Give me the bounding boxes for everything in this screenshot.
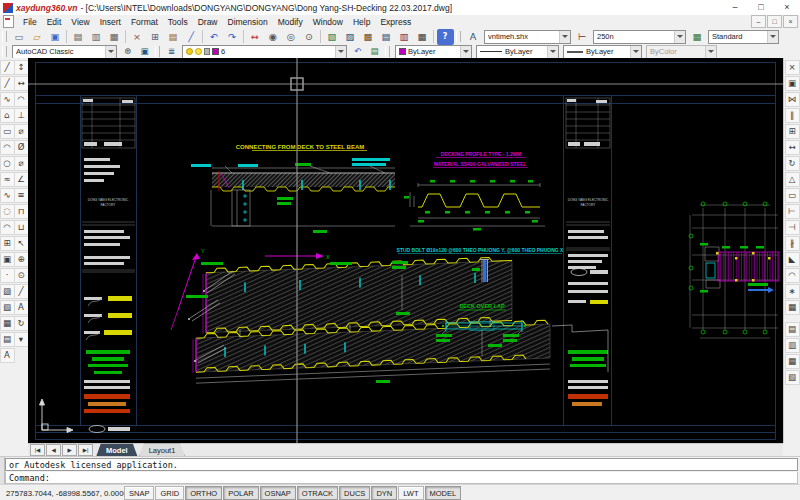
status-toggle-model[interactable]: MODEL — [425, 486, 462, 500]
zoom-previous-icon[interactable]: ⊙ — [301, 29, 318, 45]
status-toggle-polar[interactable]: POLAR — [223, 486, 258, 500]
toolbar-grip[interactable] — [456, 31, 461, 42]
extend-icon[interactable]: ⊣ — [785, 220, 800, 235]
chevron-down-icon[interactable] — [335, 46, 346, 58]
fillet-icon[interactable]: ◠ — [785, 268, 800, 283]
cut-icon[interactable]: × — [129, 29, 146, 45]
dim-ordinate-icon[interactable]: ⊥ — [14, 108, 29, 123]
rectangle-icon[interactable]: ▭ — [0, 124, 15, 139]
maximize-icon[interactable]: □ — [748, 0, 774, 15]
join-icon[interactable]: ▦ — [785, 300, 800, 315]
tab-first-icon[interactable]: |◀ — [30, 444, 45, 456]
point-icon[interactable]: · — [0, 268, 15, 283]
toolbar-grip[interactable] — [2, 31, 7, 42]
erase-icon[interactable]: × — [785, 60, 800, 75]
status-toggle-grid[interactable]: GRID — [155, 486, 184, 500]
command-history[interactable]: or Autodesk licensed application. — [5, 458, 798, 471]
help-icon[interactable]: ? — [437, 29, 454, 45]
move-icon[interactable]: ↔ — [785, 140, 800, 155]
status-toggle-lwt[interactable]: LWT — [398, 486, 423, 500]
spline-icon[interactable]: ∿ — [0, 188, 15, 203]
menu-express[interactable]: Express — [375, 17, 416, 27]
zoom-window-icon[interactable]: ◎ — [283, 29, 300, 45]
open-icon[interactable]: ▱ — [29, 29, 46, 45]
send-to-back-icon[interactable]: ▥ — [785, 338, 800, 353]
publish-icon[interactable]: ▦ — [106, 29, 123, 45]
toolbar-grip[interactable] — [2, 46, 7, 57]
chevron-down-icon[interactable] — [547, 46, 558, 58]
dim-update-icon[interactable]: ↻ — [14, 316, 29, 331]
toolbar-grip[interactable] — [385, 46, 390, 57]
layer-on-icon[interactable] — [186, 48, 193, 55]
dim-arc-icon[interactable]: ◠ — [14, 92, 29, 107]
status-toggle-dyn[interactable]: DYN — [371, 486, 397, 500]
lineweight-combo[interactable]: ByLayer — [563, 45, 642, 59]
dim-diameter-icon[interactable]: ⌀ — [14, 156, 29, 171]
text-style-combo[interactable]: vntimeh.shx — [484, 30, 571, 44]
offset-icon[interactable]: ∥ — [785, 108, 800, 123]
tab-model[interactable]: Model — [96, 443, 138, 457]
layer-freeze-icon[interactable] — [195, 48, 202, 55]
close-icon[interactable]: × — [774, 0, 800, 15]
designcenter-icon[interactable]: ▨ — [342, 29, 359, 45]
polyline-icon[interactable]: ∿ — [0, 92, 15, 107]
chevron-down-icon[interactable] — [630, 46, 641, 58]
properties-icon[interactable]: ▧ — [324, 29, 341, 45]
pan-icon[interactable]: ↔ — [247, 29, 264, 45]
mdi-minimize-icon[interactable]: – — [751, 15, 766, 28]
status-toggle-snap[interactable]: SNAP — [124, 486, 154, 500]
tool-palettes-icon[interactable]: ▩ — [360, 29, 377, 45]
tab-next-icon[interactable]: ▶ — [62, 444, 77, 456]
dim-aligned-icon[interactable]: ↔ — [14, 76, 29, 91]
ellipse-icon[interactable]: ◌ — [0, 204, 15, 219]
save-workspace-icon[interactable]: ▣ — [137, 45, 153, 59]
menu-edit[interactable]: Edit — [42, 17, 67, 27]
chamfer-icon[interactable]: ◣ — [785, 252, 800, 267]
dim-style-combo[interactable]: 250n — [593, 30, 686, 44]
table-style-icon[interactable]: ▦ — [689, 29, 706, 45]
mirror-icon[interactable]: ⋈ — [785, 92, 800, 107]
menu-tools[interactable]: Tools — [163, 17, 193, 27]
center-mark-icon[interactable]: ⊙ — [14, 268, 29, 283]
chevron-down-icon[interactable] — [674, 31, 685, 43]
menu-file[interactable]: File — [18, 17, 42, 27]
bring-above-icon[interactable]: ▦ — [785, 354, 800, 369]
dim-text-edit-icon[interactable]: A — [14, 300, 29, 315]
menu-insert[interactable]: Insert — [95, 17, 126, 27]
layer-previous-icon[interactable]: ↶ — [350, 45, 366, 59]
plot-icon[interactable]: ▤ — [70, 29, 87, 45]
copy-object-icon[interactable]: ▣ — [785, 76, 800, 91]
mdi-restore-icon[interactable]: □ — [767, 15, 782, 28]
stretch-icon[interactable]: ▭ — [785, 188, 800, 203]
explode-icon[interactable]: ∗ — [785, 284, 800, 299]
workspace-combo[interactable]: AutoCAD Classic — [12, 45, 117, 59]
sheetset-manager-icon[interactable]: ▤ — [378, 29, 395, 45]
dim-linear-icon[interactable]: ↕ — [14, 60, 29, 75]
gradient-icon[interactable]: ▧ — [0, 300, 15, 315]
hatch-icon[interactable]: ▨ — [0, 284, 15, 299]
minimize-icon[interactable]: – — [722, 0, 748, 15]
dim-radius-icon[interactable]: ⌀ — [14, 124, 29, 139]
chevron-down-icon[interactable] — [559, 31, 570, 43]
status-toggle-osnap[interactable]: OSNAP — [260, 486, 296, 500]
circle-icon[interactable]: ○ — [0, 156, 15, 171]
dim-angular-icon[interactable]: ∠ — [14, 172, 29, 187]
array-icon[interactable]: ⊞ — [785, 124, 800, 139]
layer-lock-icon[interactable] — [204, 48, 210, 55]
dim-continue-icon[interactable]: ⊔ — [14, 220, 29, 235]
quick-leader-icon[interactable]: ↖ — [14, 236, 29, 251]
break-icon[interactable]: ∦ — [785, 236, 800, 251]
table-icon[interactable]: ▤ — [0, 332, 15, 347]
new-icon[interactable]: ▭ — [11, 29, 28, 45]
dim-style-icon[interactable]: ⊢ — [574, 29, 591, 45]
revcloud-icon[interactable]: ≈ — [0, 172, 15, 187]
mtext-icon[interactable]: A — [0, 348, 15, 363]
match-properties-icon[interactable]: ╱ — [183, 29, 200, 45]
ellipse-arc-icon[interactable]: ◠ — [0, 220, 15, 235]
undo-icon[interactable]: ↶ — [206, 29, 223, 45]
dim-jogged-icon[interactable]: Ø — [14, 140, 29, 155]
drawing-canvas[interactable]: DONG YANG ELECTRONIC FACTORY — [28, 58, 783, 443]
plot-preview-icon[interactable]: ▥ — [88, 29, 105, 45]
quickcalc-icon[interactable]: ▦ — [414, 29, 431, 45]
chevron-down-icon[interactable] — [105, 46, 116, 58]
